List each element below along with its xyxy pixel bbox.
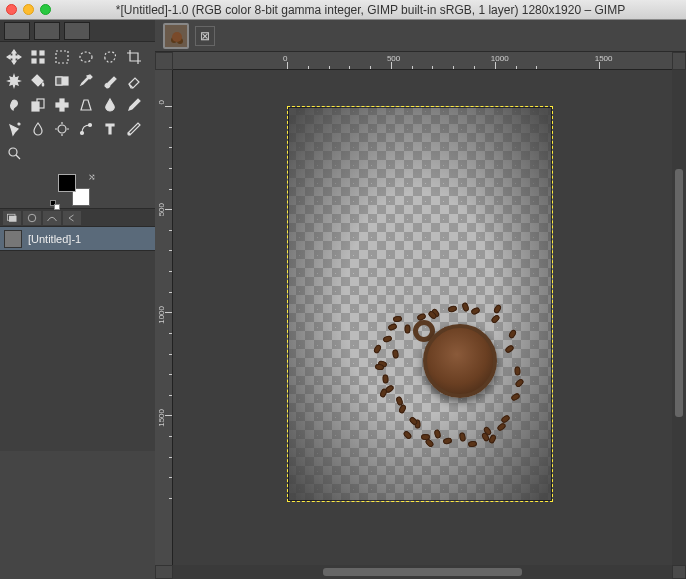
canvas-column: ⊠ 050010001500 050010001500 bbox=[155, 20, 686, 579]
svg-rect-1 bbox=[40, 51, 44, 55]
layer-thumbnail[interactable] bbox=[4, 230, 22, 248]
ruler-h-label: 500 bbox=[387, 54, 400, 63]
scrollbar-thumb[interactable] bbox=[323, 568, 523, 576]
tool-clone[interactable] bbox=[27, 94, 49, 116]
minimize-window-icon[interactable] bbox=[23, 4, 34, 15]
svg-rect-0 bbox=[32, 51, 36, 55]
tool-paths[interactable] bbox=[75, 118, 97, 140]
ruler-corner[interactable] bbox=[155, 52, 173, 70]
tool-ellipse-select[interactable] bbox=[75, 46, 97, 68]
window-title: *[Untitled]-1.0 (RGB color 8-bit gamma i… bbox=[61, 3, 680, 17]
window-controls bbox=[6, 4, 51, 15]
titlebar: *[Untitled]-1.0 (RGB color 8-bit gamma i… bbox=[0, 0, 686, 20]
tool-airbrush[interactable] bbox=[3, 118, 25, 140]
image-tab-bar: ⊠ bbox=[155, 20, 686, 52]
svg-rect-19 bbox=[9, 216, 17, 222]
dock-tab-layers[interactable] bbox=[3, 211, 21, 225]
tool-measure[interactable] bbox=[123, 118, 145, 140]
ruler-v-label: 1000 bbox=[157, 306, 166, 324]
svg-rect-4 bbox=[56, 51, 68, 63]
close-window-icon[interactable] bbox=[6, 4, 17, 15]
svg-point-20 bbox=[28, 214, 36, 222]
svg-rect-3 bbox=[40, 59, 44, 63]
tool-rect-select[interactable] bbox=[51, 46, 73, 68]
work-area: 050010001500 050010001500 bbox=[155, 52, 686, 579]
tool-align[interactable] bbox=[27, 46, 49, 68]
tool-fuzzy-select[interactable] bbox=[3, 70, 25, 92]
tool-heal[interactable] bbox=[51, 94, 73, 116]
canvas-nav-icon[interactable] bbox=[672, 565, 686, 579]
toolbox-thumb[interactable] bbox=[4, 22, 30, 40]
tool-text[interactable] bbox=[99, 118, 121, 140]
ruler-h-label: 1000 bbox=[491, 54, 509, 63]
tool-dodge[interactable] bbox=[51, 118, 73, 140]
fg-color-swatch[interactable] bbox=[58, 174, 76, 192]
ruler-v-label: 0 bbox=[157, 100, 166, 104]
tool-paintbrush[interactable] bbox=[99, 70, 121, 92]
ruler-horizontal[interactable]: 050010001500 bbox=[173, 52, 672, 70]
canvas-viewport[interactable] bbox=[173, 70, 672, 565]
svg-point-13 bbox=[58, 125, 66, 133]
maximize-window-icon[interactable] bbox=[40, 4, 51, 15]
dock-tab-channels[interactable] bbox=[23, 211, 41, 225]
tool-eyedropper[interactable] bbox=[75, 70, 97, 92]
swap-colors-icon[interactable]: ⤭ bbox=[88, 172, 96, 182]
toolbox-thumb[interactable] bbox=[34, 22, 60, 40]
scrollbar-vertical[interactable] bbox=[672, 70, 686, 565]
reset-colors-icon[interactable] bbox=[50, 200, 58, 208]
dock-tab-undo[interactable] bbox=[63, 211, 81, 225]
tool-bucket-fill[interactable] bbox=[27, 70, 49, 92]
tool-gradient[interactable] bbox=[51, 70, 73, 92]
tool-move[interactable] bbox=[3, 46, 25, 68]
tool-eraser[interactable] bbox=[123, 70, 145, 92]
ruler-h-label: 1500 bbox=[595, 54, 613, 63]
tool-pencil[interactable] bbox=[123, 94, 145, 116]
scrollbar-thumb[interactable] bbox=[675, 169, 683, 417]
toolbox-grid bbox=[0, 42, 155, 168]
dock-tab-strip bbox=[0, 209, 155, 227]
color-swatches: ⤭ bbox=[0, 168, 155, 208]
svg-point-17 bbox=[9, 148, 17, 156]
svg-rect-2 bbox=[32, 59, 36, 63]
left-dock: ⤭ [Untitled]-1 bbox=[0, 20, 155, 579]
tool-free-select[interactable] bbox=[99, 46, 121, 68]
canvas-image[interactable] bbox=[287, 106, 553, 502]
image-tab-thumb[interactable] bbox=[163, 23, 189, 49]
scrollbar-horizontal[interactable] bbox=[173, 565, 672, 579]
tool-perspective-clone[interactable] bbox=[75, 94, 97, 116]
image-tab-close-icon[interactable]: ⊠ bbox=[195, 26, 215, 46]
layer-name-label[interactable]: [Untitled]-1 bbox=[28, 233, 81, 245]
ruler-h-label: 0 bbox=[283, 54, 287, 63]
svg-point-12 bbox=[18, 123, 20, 125]
svg-rect-11 bbox=[56, 103, 68, 107]
tool-blur[interactable] bbox=[27, 118, 49, 140]
fg-bg-colors[interactable]: ⤭ bbox=[58, 174, 90, 206]
toolbox-thumb[interactable] bbox=[64, 22, 90, 40]
layers-empty-area bbox=[0, 251, 155, 451]
layer-row[interactable]: [Untitled]-1 bbox=[0, 227, 155, 251]
svg-rect-8 bbox=[32, 102, 39, 111]
tool-crop[interactable] bbox=[123, 46, 145, 68]
ruler-corner-right bbox=[672, 52, 686, 70]
tool-smudge[interactable] bbox=[3, 94, 25, 116]
layers-dock: [Untitled]-1 bbox=[0, 208, 155, 451]
ruler-v-label: 1500 bbox=[157, 409, 166, 427]
svg-point-16 bbox=[128, 133, 130, 135]
ruler-v-label: 500 bbox=[157, 203, 166, 216]
tool-ink[interactable] bbox=[99, 94, 121, 116]
ruler-corner-bottom bbox=[155, 565, 173, 579]
tool-zoom[interactable] bbox=[3, 142, 25, 164]
app-frame: ⤭ [Untitled]-1 bbox=[0, 20, 686, 579]
dock-tab-paths[interactable] bbox=[43, 211, 61, 225]
image-subject-coffee-beans bbox=[373, 306, 523, 446]
ruler-vertical[interactable]: 050010001500 bbox=[155, 70, 173, 565]
svg-point-5 bbox=[80, 52, 92, 62]
toolbox-thumb-strip bbox=[0, 20, 155, 42]
svg-rect-7 bbox=[56, 77, 62, 85]
